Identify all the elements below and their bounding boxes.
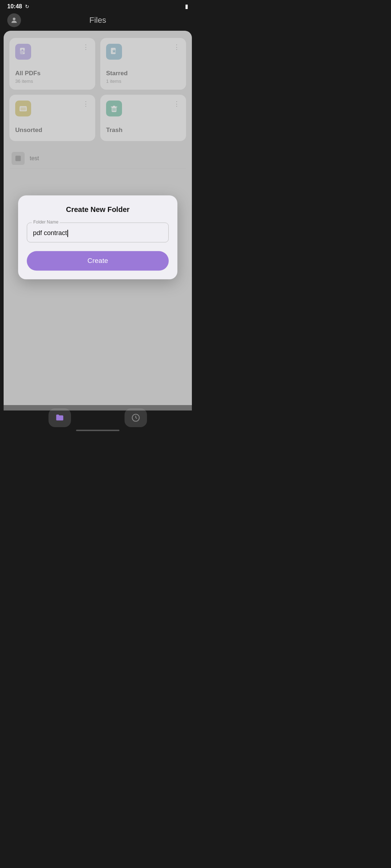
folder-name-value: pdf contract <box>33 229 67 237</box>
folder-name-label: Folder Name <box>32 220 60 225</box>
page-title: Files <box>89 16 106 25</box>
create-button[interactable]: Create <box>27 251 169 271</box>
home-indicator <box>76 430 119 431</box>
create-folder-modal: Create New Folder Folder Name pdf contra… <box>18 195 177 279</box>
header: Files <box>0 12 196 31</box>
svg-line-20 <box>136 418 137 418</box>
modal-title: Create New Folder <box>27 205 169 214</box>
folder-name-input-wrap: Folder Name pdf contract <box>27 222 169 242</box>
history-nav-btn[interactable] <box>125 408 147 427</box>
status-bar: 10:48 ↻ ▮ <box>0 0 196 12</box>
folder-name-input[interactable]: pdf contract <box>27 222 169 242</box>
status-time: 10:48 <box>7 3 22 10</box>
battery-icon: ▮ <box>185 3 188 10</box>
avatar[interactable] <box>7 13 21 27</box>
files-nav-btn[interactable] <box>49 408 71 427</box>
sync-icon: ↻ <box>25 4 29 9</box>
main-content: ⋮ All PDFs 36 items ⋮ Starred 1 items <box>4 31 192 410</box>
text-cursor <box>67 230 68 237</box>
svg-point-0 <box>13 18 15 20</box>
